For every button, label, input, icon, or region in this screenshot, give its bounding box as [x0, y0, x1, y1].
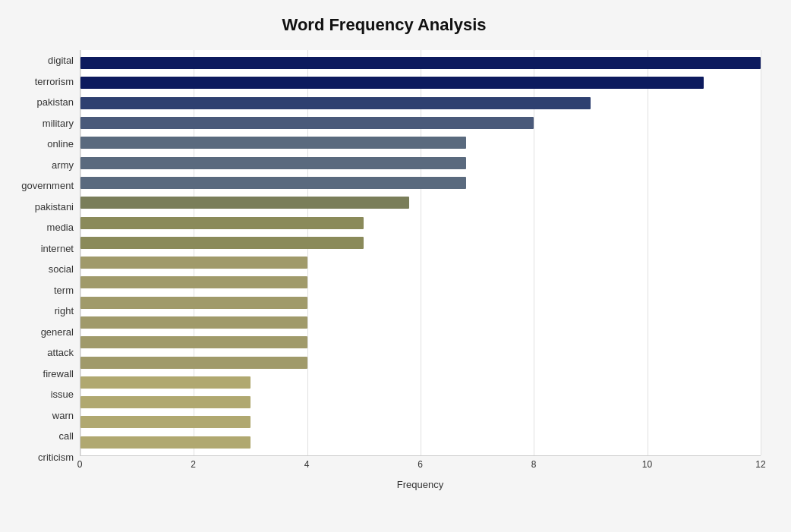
x-axis-labels: 024681012 — [80, 459, 761, 474]
bar — [80, 257, 307, 269]
y-label: media — [8, 217, 80, 238]
x-tick-label: 12 — [755, 459, 765, 470]
bar — [80, 436, 251, 449]
bar-row — [80, 412, 761, 432]
y-label: issue — [8, 384, 80, 405]
bar-row — [80, 113, 761, 133]
chart-container: Word Frequency Analysis digitalterrorism… — [0, 0, 791, 532]
bar — [80, 357, 307, 369]
bar-row — [80, 173, 761, 193]
x-tick-label: 2 — [191, 459, 196, 470]
y-label: online — [8, 134, 80, 155]
bar — [80, 97, 591, 109]
bar — [80, 137, 466, 149]
y-label: digital — [8, 50, 80, 71]
y-label: right — [8, 301, 80, 322]
bar — [80, 157, 466, 169]
x-tick-label: 0 — [77, 459, 83, 470]
bar-row — [80, 153, 761, 172]
bar-row — [80, 332, 761, 352]
y-label: call — [8, 426, 80, 447]
y-label: term — [8, 280, 80, 301]
bar-row — [80, 253, 761, 272]
bar-row — [80, 233, 761, 253]
bar-row — [80, 53, 761, 73]
x-tick-label: 4 — [304, 459, 310, 470]
bar-row — [80, 392, 761, 412]
y-label: attack — [8, 342, 80, 364]
bar — [80, 336, 307, 348]
bar — [80, 217, 364, 229]
chart-area: digitalterrorismpakistanmilitaryonlinear… — [8, 50, 761, 490]
y-label: social — [8, 259, 80, 280]
bar-row — [80, 293, 761, 313]
bar — [80, 316, 307, 329]
y-label: firewall — [8, 364, 80, 385]
bar-row — [80, 133, 761, 153]
y-labels: digitalterrorismpakistanmilitaryonlinear… — [8, 50, 80, 490]
bar-row — [80, 433, 761, 452]
bar — [80, 117, 534, 129]
bar-row — [80, 352, 761, 372]
bar — [80, 77, 704, 89]
y-label: pakistani — [8, 197, 80, 218]
y-label: military — [8, 113, 80, 134]
bar — [80, 376, 251, 389]
bar — [80, 276, 307, 288]
x-tick-label: 10 — [642, 459, 652, 470]
bars-wrapper — [80, 50, 761, 456]
bar-row — [80, 93, 761, 113]
y-label: government — [8, 175, 80, 197]
bar-row — [80, 73, 761, 93]
y-label: criticism — [8, 447, 80, 468]
bar — [80, 237, 364, 249]
grid-line — [761, 50, 761, 455]
y-label: general — [8, 322, 80, 343]
bar — [80, 197, 409, 209]
x-tick-label: 6 — [418, 459, 423, 470]
bar-row — [80, 373, 761, 392]
x-tick-label: 8 — [531, 459, 537, 470]
y-label: pakistan — [8, 92, 80, 113]
bar-row — [80, 313, 761, 332]
plot-area: 024681012 Frequency — [80, 50, 761, 490]
bar — [80, 396, 251, 408]
bar-row — [80, 272, 761, 292]
bar-row — [80, 193, 761, 212]
bar — [80, 177, 466, 189]
bars-container — [80, 50, 761, 455]
bar — [80, 297, 307, 309]
y-label: warn — [8, 405, 80, 427]
bar — [80, 57, 761, 69]
x-axis-title: Frequency — [80, 479, 761, 490]
chart-title: Word Frequency Analysis — [8, 15, 761, 35]
y-label: terrorism — [8, 71, 80, 93]
y-label: internet — [8, 238, 80, 260]
bar-row — [80, 212, 761, 232]
bar — [80, 416, 251, 428]
y-label: army — [8, 155, 80, 176]
